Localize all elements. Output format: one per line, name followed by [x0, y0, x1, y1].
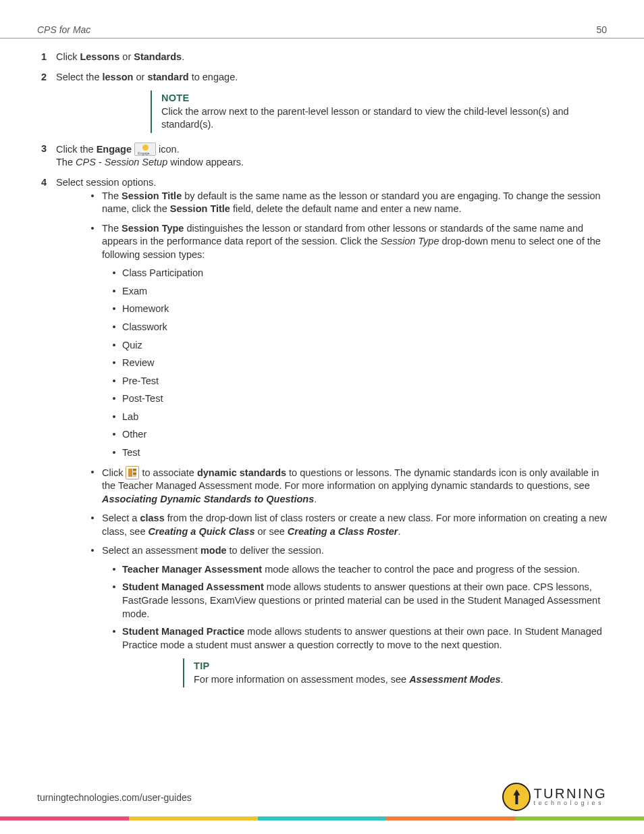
step-text: Select session options. — [56, 177, 156, 188]
tip-callout: TIP For more information on assessment m… — [183, 658, 607, 687]
mode-student-managed-practice: Student Managed Practice mode allows stu… — [122, 625, 607, 652]
step-text: Click Lessons or Standards. — [56, 51, 184, 62]
logo-text-sub: technologies — [533, 800, 607, 806]
bullet-session-type: The Session Type distinguishes the lesso… — [102, 222, 607, 460]
step-number: 2 — [41, 71, 47, 84]
mode-teacher-managed: Teacher Manager Assessment mode allows t… — [122, 563, 607, 577]
page-content: 1 Click Lessons or Standards. 2 Select t… — [0, 38, 644, 687]
step-text: Click the Engage icon. — [56, 144, 180, 155]
bullet-select-class: Select a class from the drop-down list o… — [102, 512, 607, 538]
session-type-item: Test — [122, 446, 607, 460]
session-type-item: Pre-Test — [122, 375, 607, 388]
mode-student-managed-assessment: Student Managed Assessment mode allows s… — [122, 581, 607, 621]
session-type-item: Exam — [122, 285, 607, 298]
step-number: 3 — [41, 142, 47, 156]
step-text: Select the lesson or standard to engage. — [56, 72, 238, 82]
bullet-assessment-mode: Select an assessment mode to deliver the… — [102, 544, 607, 687]
step-2: 2 Select the lesson or standard to engag… — [56, 71, 607, 133]
step-subtext: The CPS - Session Setup window appears. — [56, 156, 607, 170]
step-3: 3 Click the Engage icon. The CPS - Sessi… — [56, 142, 607, 170]
logo-icon — [502, 783, 531, 811]
page-number: 50 — [596, 24, 607, 35]
footer-color-bar — [0, 816, 644, 820]
page-footer: turningtechnologies.com/user-guides TURN… — [0, 788, 644, 820]
tip-title: TIP — [194, 660, 593, 673]
dynamic-standards-icon — [126, 466, 139, 479]
footer-url: turningtechnologies.com/user-guides — [37, 792, 192, 803]
tip-body: For more information on assessment modes… — [194, 673, 593, 687]
session-type-item: Other — [122, 428, 607, 442]
step-1: 1 Click Lessons or Standards. — [56, 51, 607, 64]
session-type-item: Quiz — [122, 339, 607, 353]
session-type-item: Lab — [122, 411, 607, 424]
doc-title: CPS for Mac — [37, 24, 90, 35]
step-number: 4 — [41, 176, 47, 190]
note-body: Click the arrow next to the parent-level… — [161, 105, 593, 132]
page-header: CPS for Mac 50 — [0, 0, 644, 38]
session-type-item: Post-Test — [122, 392, 607, 406]
note-callout: NOTE Click the arrow next to the parent-… — [151, 90, 607, 133]
turning-logo: TURNING technologies — [502, 783, 607, 811]
bullet-session-title: The Session Title by default is the same… — [102, 190, 607, 216]
step-number: 1 — [41, 51, 47, 64]
session-type-item: Class Participation — [122, 267, 607, 280]
session-type-item: Classwork — [122, 321, 607, 334]
session-type-item: Review — [122, 357, 607, 370]
logo-text-main: TURNING — [533, 787, 607, 800]
engage-icon — [134, 142, 156, 156]
note-title: NOTE — [161, 92, 593, 105]
session-type-item: Homework — [122, 303, 607, 316]
step-4: 4 Select session options. The Session Ti… — [56, 176, 607, 687]
bullet-dynamic-standards: Click to associate dynamic standards to … — [102, 466, 607, 506]
